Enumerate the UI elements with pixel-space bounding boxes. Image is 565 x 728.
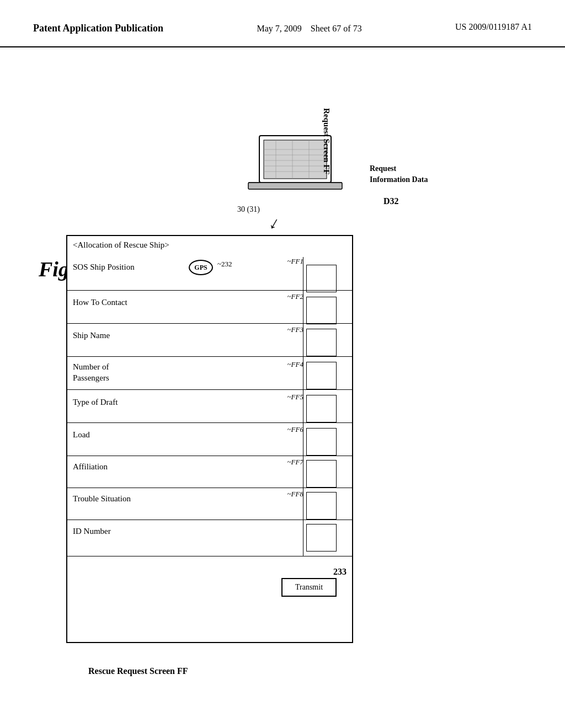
row-label-sos: SOS Ship Position: [73, 263, 135, 272]
row-label-ship-name: Ship Name: [73, 331, 110, 340]
row-label-passengers: Number ofPassengers: [73, 362, 109, 383]
box-title: <Allocation of Rescue Ship>: [73, 240, 169, 250]
ff2-label: ~FF2: [287, 292, 303, 301]
transmit-button[interactable]: Transmit: [281, 578, 337, 597]
ff2-input[interactable]: [306, 297, 337, 324]
divider-7: [67, 488, 352, 488]
bottom-label: Rescue Request Screen FF: [88, 666, 188, 676]
gps-badge: GPS: [189, 260, 213, 275]
ff3-input[interactable]: [306, 329, 337, 356]
request-info-line1: Request: [370, 163, 428, 174]
ff4-input[interactable]: [306, 362, 337, 389]
divider-1: [67, 290, 352, 291]
publication-date: May 7, 2009: [257, 24, 301, 33]
row-label-affiliation: Affiliation: [73, 462, 108, 472]
divider-6: [67, 456, 352, 456]
patent-number: US 2009/0119187 A1: [455, 22, 532, 32]
ff7-label: ~FF7: [287, 458, 303, 467]
vertical-divider: [303, 257, 303, 556]
ff7-input[interactable]: [306, 460, 337, 488]
ff1-input[interactable]: [306, 265, 337, 292]
page-header: Patent Application Publication May 7, 20…: [0, 0, 565, 47]
row-label-load: Load: [73, 430, 90, 440]
request-screen-ff-top-label: Request Screen FF: [322, 108, 331, 175]
sheet-info: Sheet 67 of 73: [311, 24, 362, 33]
divider-3: [67, 356, 352, 357]
ff4-label: ~FF4: [287, 360, 303, 369]
ref-30-31-label: 30 (31): [237, 205, 260, 214]
id-input[interactable]: [306, 524, 337, 552]
publication-title: Patent Application Publication: [33, 22, 163, 35]
request-info-label: Request Information Data: [370, 163, 428, 185]
svg-rect-10: [248, 183, 342, 189]
row-label-id: ID Number: [73, 527, 111, 536]
ff8-input[interactable]: [306, 492, 337, 520]
content-area: Fig.71 ↓ 30 (31) Request Screen FF Reque…: [0, 47, 565, 709]
ff6-input[interactable]: [306, 428, 337, 456]
ff5-label: ~FF5: [287, 393, 303, 402]
divider-9: [67, 556, 352, 556]
ref-233: 233: [333, 567, 347, 577]
request-info-line2: Information Data: [370, 174, 428, 185]
ff6-label: ~FF6: [287, 425, 303, 434]
laptop-illustration: [243, 133, 359, 216]
divider-4: [67, 389, 352, 390]
header-center: May 7, 2009 Sheet 67 of 73: [257, 22, 361, 35]
divider-8: [67, 520, 352, 520]
row-label-trouble: Trouble Situation: [73, 494, 131, 504]
main-form-box: <Allocation of Rescue Ship> SOS Ship Pos…: [66, 235, 353, 643]
row-label-contact: How To Contact: [73, 298, 127, 307]
ff1-label: ~FF1: [287, 257, 303, 266]
row-label-draft: Type of Draft: [73, 398, 118, 407]
divider-5: [67, 422, 352, 423]
ff3-label: ~FF3: [287, 325, 303, 334]
ref-232: ~232: [217, 260, 232, 269]
ff5-input[interactable]: [306, 395, 337, 422]
svg-rect-1: [264, 140, 327, 179]
divider-2: [67, 323, 352, 324]
d32-label: D32: [383, 196, 399, 206]
ff8-label: ~FF8: [287, 490, 303, 499]
